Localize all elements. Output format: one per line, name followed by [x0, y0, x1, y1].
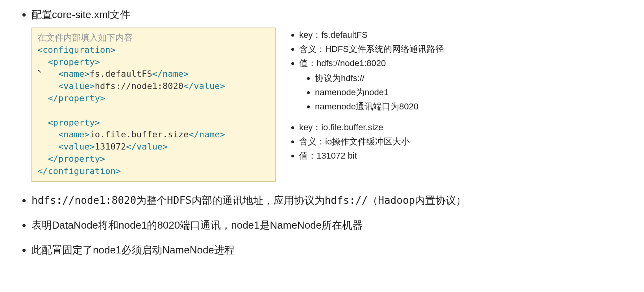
section-title: 配置core-site.xml文件	[31, 9, 130, 20]
cursor-icon: ↖	[37, 65, 42, 75]
content-row: 在文件内部填入如下内容 <configuration> <property> <…	[31, 28, 628, 182]
footer-item: hdfs://node1:8020为整个HDFS内部的通讯地址，应用协议为hdf…	[31, 194, 628, 207]
notes-column: key：fs.defaultFS 含义：HDFS文件系统的网络通讯路径 值：hd…	[287, 28, 444, 170]
note-item: 值：131072 bit	[299, 149, 444, 163]
note-subitem: namenode为node1	[315, 86, 444, 99]
note-item: 值：hdfs://node1:8020 协议为hdfs:// namenode为…	[299, 57, 444, 113]
notes-block-2: key：io.file.buffer.size 含义：io操作文件缓冲区大小 值…	[287, 121, 444, 163]
note-subitem: 协议为hdfs://	[315, 72, 444, 85]
note-item: 含义：HDFS文件系统的网络通讯路径	[299, 43, 444, 56]
code-box: 在文件内部填入如下内容 <configuration> <property> <…	[31, 28, 276, 182]
notes-sublist: 协议为hdfs:// namenode为node1 namenode通讯端口为8…	[299, 72, 444, 113]
footer-text: hdfs://node1:8020为整个HDFS内部的通讯地址，应用协议为hdf…	[31, 194, 466, 206]
note-item: 含义：io操作文件缓冲区大小	[299, 135, 444, 148]
footer-item: 表明DataNode将和node1的8020端口通讯，node1是NameNod…	[31, 218, 628, 232]
note-item: key：fs.defaultFS	[299, 28, 444, 42]
notes-block-1: key：fs.defaultFS 含义：HDFS文件系统的网络通讯路径 值：hd…	[287, 28, 444, 114]
note-subitem: namenode通讯端口为8020	[315, 100, 444, 113]
code-body: <configuration> <property> <name>fs.defa…	[37, 44, 270, 177]
note-item: key：io.file.buffer.size	[299, 121, 444, 134]
footer-item: 此配置固定了node1必须启动NameNode进程	[31, 243, 628, 257]
code-comment: 在文件内部填入如下内容	[37, 33, 133, 43]
footer-list: hdfs://node1:8020为整个HDFS内部的通讯地址，应用协议为hdf…	[16, 194, 628, 257]
note-text: 值：hdfs://node1:8020	[299, 58, 386, 68]
